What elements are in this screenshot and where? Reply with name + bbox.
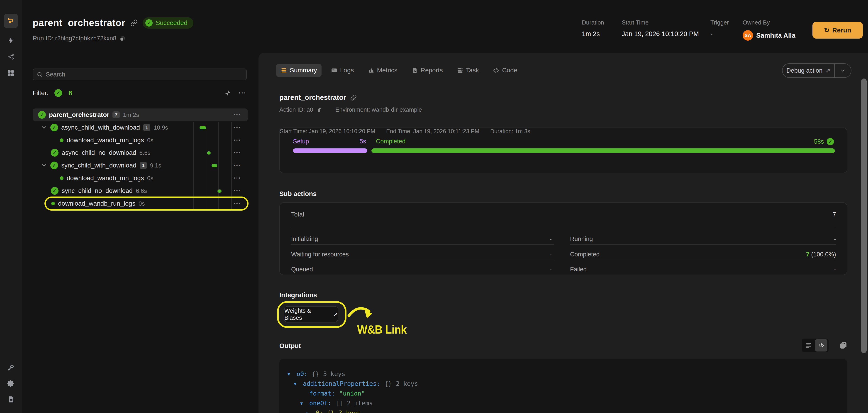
tree-menu-icon[interactable]: ••• [239,91,247,95]
link-icon[interactable] [130,19,137,27]
summary-icon [281,67,287,73]
expand-arrow-icon[interactable]: ▼ [294,381,303,386]
tree-row[interactable]: download_wandb_run_logs 0s ••• [33,172,248,184]
tab-logs[interactable]: Logs [327,64,359,77]
cell-label: Waiting for resources [291,251,349,258]
key-icon[interactable] [4,360,18,375]
cell-value: - [550,266,552,273]
lineage-graph-icon[interactable] [4,50,18,64]
row-menu-icon[interactable]: ••• [234,112,242,117]
search-box[interactable] [33,68,247,80]
check-icon: ✓ [145,19,153,27]
expand-arrow-icon[interactable]: ▶ [307,411,316,413]
row-menu-icon[interactable]: ••• [234,176,242,181]
cell-label: Queued [291,266,313,273]
copy-action-id-icon[interactable] [317,107,322,113]
tab-task[interactable]: Task [453,64,484,77]
tab-reports[interactable]: Reports [407,64,447,77]
nav-rail [0,0,22,413]
annotation-arrow [347,299,376,325]
tab-bar: Summary Logs Metrics Reports [276,64,527,77]
code-view-icon[interactable] [815,339,828,352]
external-link-icon: ↗ [333,311,338,318]
completed-phase-label: Completed [376,138,406,145]
copy-output-icon[interactable] [839,341,848,350]
setup-phase-bar [293,148,367,153]
row-menu-icon[interactable]: ••• [234,138,242,143]
stat-duration: Duration 1m 2s [582,19,604,38]
code-icon [493,67,499,73]
json-line[interactable]: format: "union" [279,388,847,398]
tree-row[interactable]: ✓ async_child_with_download 1 10.9s ••• [33,121,248,134]
cell-label: Completed [570,251,600,258]
row-menu-icon[interactable]: ••• [234,188,242,193]
avatar: SA [743,30,753,40]
json-line[interactable]: ▼ o0: {} 3 keys [279,369,847,379]
chevron-down-icon[interactable] [41,124,47,131]
annotation-text: W&B Link [357,323,407,336]
search-input[interactable] [46,71,243,78]
expand-arrow-icon[interactable]: ▼ [300,401,309,406]
highlight-annotation-ring [44,197,249,211]
reports-icon [411,67,418,73]
status-badge: ✓ Succeeded [143,17,193,29]
row-menu-icon[interactable]: ••• [234,150,242,155]
leaf-dot-icon [60,139,63,142]
weights-and-biases-button[interactable]: Weights & Biases ↗ [284,306,338,322]
tree-row[interactable]: ✓ parent_orchestrator 7 1m 2s ••• [33,109,248,121]
row-menu-icon[interactable]: ••• [234,163,242,168]
bolt-icon[interactable] [4,33,18,48]
apps-grid-icon[interactable] [4,66,18,80]
tab-summary[interactable]: Summary [276,64,321,77]
sub-actions-card: Total 7 Initializing - Running - Waiting… [279,202,847,275]
cell-label: Initializing [291,236,318,243]
chevron-down-icon[interactable] [41,162,47,169]
stat-owned-by: Owned By SA Samhita Alla [743,19,796,40]
row-menu-icon[interactable]: ••• [234,125,242,130]
expand-arrow-icon[interactable]: ▼ [287,372,297,377]
success-check-icon: ✓ [38,111,46,119]
json-line[interactable]: ▶ 0: {} 3 keys [279,408,847,413]
cell-value: - [834,236,836,243]
run-id: Run ID: r2hlqg7cfpbkzh72kxn8 [33,35,116,42]
success-check-icon: ✓ [51,187,59,195]
output-json-viewer: ▼ o0: {} 3 keys ▼ additionalProperties: … [279,359,847,413]
filter-label: Filter: [33,89,49,97]
tab-code[interactable]: Code [489,64,522,77]
workflow-runs-icon[interactable] [4,13,18,28]
task-icon [457,67,463,73]
sub-actions-heading: Sub actions [279,190,316,198]
timeline-start: Start Time: Jan 19, 2026 10:10:20 PM [280,128,375,135]
debug-action-button[interactable]: Debug action ↗ [782,63,851,78]
completed-phase-bar [371,148,835,153]
total-label: Total [291,211,304,218]
json-line[interactable]: ▼ oneOf: [] 2 items [279,398,847,408]
action-id: Action ID: a0 [279,106,313,113]
external-link-icon: ↗ [825,67,830,74]
stat-trigger: Trigger - [710,19,729,38]
rerun-button[interactable]: ↻ Rerun [812,22,863,38]
tab-metrics[interactable]: Metrics [364,64,402,77]
tree-row[interactable]: download_wandb_run_logs 0s ••• [33,134,248,147]
text-view-icon[interactable] [803,339,815,352]
json-line[interactable]: ▼ additionalProperties: {} 2 keys [279,379,847,388]
collapse-tree-icon[interactable] [225,90,231,96]
action-title: parent_orchestrator [279,93,346,102]
cell-value: 7 (100.0%) [806,251,836,258]
gear-icon[interactable] [4,376,18,391]
timeline-end: End Time: Jan 19, 2026 10:11:23 PM [386,128,479,135]
output-heading: Output [279,342,301,350]
copy-run-id-icon[interactable] [120,36,125,41]
search-icon [37,71,43,78]
tree-row[interactable]: ✓ sync_child_with_download 1 9.1s ••• [33,159,248,172]
docs-icon[interactable] [4,392,18,407]
success-check-icon: ✓ [51,149,59,156]
completed-duration: 58s [814,138,824,145]
success-check-icon: ✓ [50,161,58,169]
vertical-scrollbar[interactable] [861,79,867,353]
link-icon[interactable] [350,94,357,101]
filter-status-icon[interactable]: ✓ [55,89,62,97]
tree-row[interactable]: ✓ async_child_no_download 6.6s ••• [33,146,248,159]
tree-row[interactable]: ✓ sync_child_no_download 6.6s ••• [33,184,248,197]
debug-action-dropdown[interactable] [834,64,851,78]
